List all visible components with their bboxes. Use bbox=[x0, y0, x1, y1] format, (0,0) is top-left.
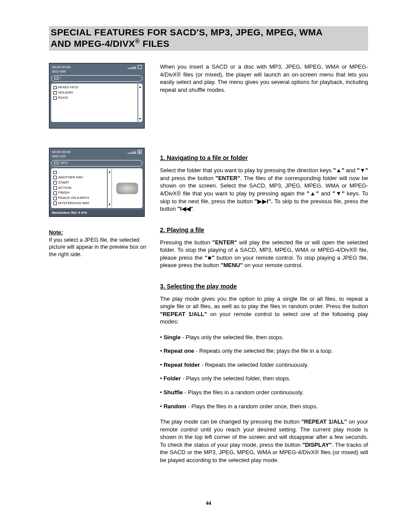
jpeg-file-icon bbox=[53, 181, 57, 184]
section-playing: 2. Playing a file Pressing the button "E… bbox=[160, 226, 368, 269]
page-number: 44 bbox=[49, 500, 368, 507]
list-item: • Random - Plays the files in a random o… bbox=[160, 403, 368, 410]
heading-playing: 2. Playing a file bbox=[160, 226, 368, 234]
registered-mark: ® bbox=[135, 38, 140, 45]
key-next: "▶▶I". bbox=[254, 198, 272, 205]
equalizer-icon bbox=[128, 150, 136, 154]
intro-paragraph: When you insert a SACD or a disc with MP… bbox=[160, 63, 368, 94]
jpeg-file-icon bbox=[53, 191, 57, 195]
folder-icon bbox=[53, 97, 57, 100]
list-item: .. bbox=[53, 170, 105, 175]
scrollbar: ▲ ▼ bbox=[138, 84, 142, 122]
para-playmode-intro: The play mode gives you the option to pl… bbox=[160, 295, 368, 326]
jpeg-file-icon bbox=[53, 186, 57, 190]
list-item: PEACE ON EARTH bbox=[53, 196, 105, 201]
scrollbar: ▲ ▼ bbox=[107, 169, 111, 208]
osd2-time: 00:00 00:00 bbox=[52, 150, 70, 154]
scroll-up-icon: ▲ bbox=[139, 85, 142, 89]
osd-screenshot-folders: 00:00 00:00 001/ 009 \ MIXED HITS HOLIDA… bbox=[49, 63, 145, 129]
equalizer-icon bbox=[128, 66, 136, 69]
list-item: ROCK bbox=[53, 96, 136, 101]
list-item: HOLIDAY bbox=[53, 90, 136, 95]
title-line2a: AND MPEG-4/DIVX bbox=[51, 38, 135, 49]
osd1-list: MIXED HITS HOLIDAY ROCK bbox=[52, 84, 138, 122]
list-item: • Repeat one - Repeats only the selected… bbox=[160, 347, 368, 355]
page-title: SPECIAL FEATURES FOR SACD'S, MP3, JPEG, … bbox=[51, 27, 366, 49]
osd1-time: 00:00 00:00 bbox=[52, 65, 70, 70]
list-item: ANOTHER DAY bbox=[53, 175, 105, 180]
list-item: MIXED HITS bbox=[53, 85, 136, 90]
key-enter2: "ENTER" bbox=[212, 239, 237, 246]
key-up: "▲" bbox=[333, 167, 344, 174]
key-stop: "■" bbox=[205, 254, 214, 261]
osd1-path: \ bbox=[51, 75, 142, 82]
folder-icon bbox=[53, 91, 57, 94]
note-label: Note: bbox=[49, 229, 63, 236]
key-prev: "I◀◀" bbox=[177, 205, 193, 212]
section-navigating: 1. Navigating to a file or folder Select… bbox=[160, 154, 368, 212]
list-item: ACTION bbox=[53, 186, 105, 191]
jpeg-file-icon bbox=[53, 197, 57, 200]
title-line2b: FILES bbox=[140, 38, 170, 49]
list-item: • Folder - Plays only the selected folde… bbox=[160, 375, 368, 382]
play-icon bbox=[138, 150, 142, 154]
scroll-down-icon: ▼ bbox=[139, 117, 142, 121]
jpeg-file-icon bbox=[53, 202, 57, 205]
heading-playmode: 3. Selecting the play mode bbox=[160, 282, 368, 291]
list-item: • Repeat folder - Repeats the selected f… bbox=[160, 361, 368, 369]
note-block: Note: If you select a JPEG file, the sel… bbox=[49, 229, 149, 259]
heading-navigating: 1. Navigating to a file or folder bbox=[160, 154, 368, 162]
scroll-down-icon: ▼ bbox=[108, 202, 111, 206]
key-down: "▼" bbox=[357, 167, 368, 174]
osd-screenshot-files: 00:00 00:00 002/ 025 \JPG .. ANOTHER DAY bbox=[49, 148, 145, 216]
osd2-resolution: Resolution 501 X 674 bbox=[49, 210, 144, 216]
key-repeat2: "REPEAT 1/ALL" bbox=[301, 418, 347, 425]
page-header: SPECIAL FEATURES FOR SACD'S, MP3, JPEG, … bbox=[49, 26, 368, 51]
para-playmode-outro: The play mode can be changed by pressing… bbox=[160, 418, 368, 464]
playmode-list: • Single - Plays only the selected file,… bbox=[160, 334, 368, 410]
para-playing: Pressing the button "ENTER" will play th… bbox=[160, 239, 368, 269]
list-item: MYSTERIOUS WAY bbox=[53, 201, 105, 206]
list-item: • Single - Plays only the selected file,… bbox=[160, 334, 368, 341]
note-text: If you select a JPEG file, the selected … bbox=[49, 237, 146, 258]
folder-icon bbox=[53, 86, 57, 89]
key-menu: "MENU" bbox=[221, 262, 243, 268]
para-navigating: Select the folder that you want to play … bbox=[160, 167, 368, 212]
title-line1: SPECIAL FEATURES FOR SACD'S, MP3, JPEG, … bbox=[51, 27, 323, 37]
folder-up-icon bbox=[53, 171, 57, 174]
preview-box bbox=[111, 169, 142, 208]
osd1-track: 001/ 009 bbox=[52, 70, 70, 74]
key-repeat: "REPEAT 1/ALL" bbox=[160, 311, 207, 317]
key-down2: "▼" bbox=[333, 190, 345, 197]
scroll-up-icon: ▲ bbox=[108, 170, 111, 174]
list-item: FINISH bbox=[53, 191, 105, 195]
preview-image bbox=[116, 183, 138, 194]
jpeg-file-icon bbox=[53, 176, 57, 179]
key-display: "DISPLAY" bbox=[302, 442, 332, 448]
list-item: • Shuffle - Plays the files in a random … bbox=[160, 389, 368, 396]
key-up2: "▲" bbox=[307, 190, 319, 197]
section-playmode: 3. Selecting the play mode The play mode… bbox=[160, 282, 368, 464]
osd2-track: 002/ 025 bbox=[52, 154, 70, 159]
list-item: START bbox=[53, 181, 105, 185]
osd2-list: .. ANOTHER DAY START ACTION FINISH PEACE… bbox=[52, 169, 107, 208]
disc-icon bbox=[138, 65, 142, 69]
osd2-path: \JPG bbox=[51, 160, 142, 167]
key-enter: "ENTER" bbox=[215, 175, 240, 181]
